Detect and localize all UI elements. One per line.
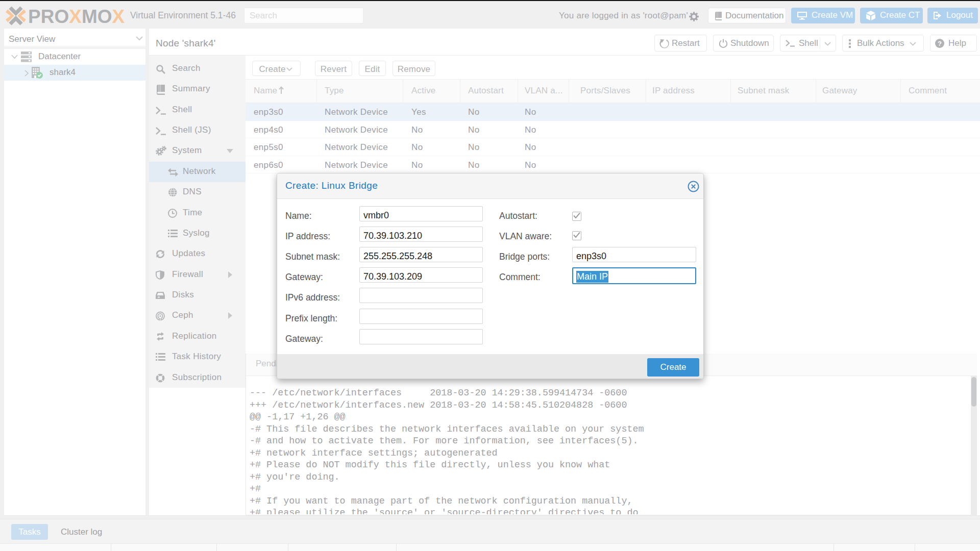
svg-text:?: ? [938,40,942,47]
